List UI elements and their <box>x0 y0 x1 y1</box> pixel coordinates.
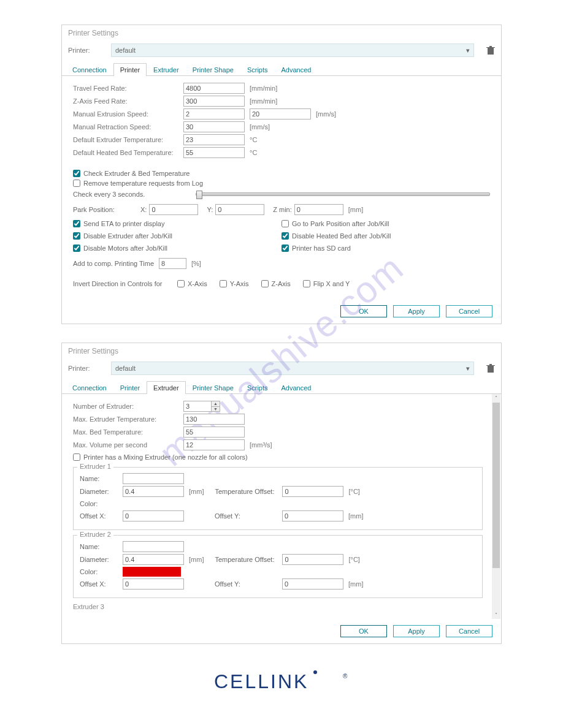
remove-temp-log-checkbox[interactable]: Remove temperature requests from Log <box>73 180 203 187</box>
park-unit: [mm] <box>348 206 363 213</box>
flip-xy-checkbox[interactable]: Flip X and Y <box>303 280 350 287</box>
spin-down-icon[interactable]: ▼ <box>212 407 220 412</box>
tab-scripts[interactable]: Scripts <box>240 63 275 76</box>
tab-printer-shape[interactable]: Printer Shape <box>186 63 240 76</box>
printer-select[interactable]: default ▾ <box>111 362 474 375</box>
send-eta-checkbox[interactable]: Send ETA to printer display <box>73 220 282 227</box>
max-bed-temp-input[interactable] <box>183 427 245 438</box>
check-interval-slider[interactable] <box>196 192 490 196</box>
invert-direction-label: Invert Direction in Controls for <box>73 280 165 287</box>
manual-retraction-label: Manual Retraction Speed: <box>73 123 183 131</box>
manual-retraction-unit: [mm/s] <box>250 123 270 131</box>
add-comp-input[interactable] <box>159 258 186 269</box>
disable-extruder-checkbox[interactable]: Disable Extruder after Job/Kill <box>73 232 282 240</box>
ext1-temp-offset-unit: [°C] <box>348 488 359 495</box>
ext1-offset-unit: [mm] <box>348 512 363 520</box>
go-park-checkbox[interactable]: Go to Park Position after Job/Kill <box>282 220 490 227</box>
ok-button[interactable]: OK <box>340 305 387 317</box>
scroll-down-icon[interactable]: ˅ <box>492 612 500 618</box>
ext1-diameter-input[interactable] <box>123 486 184 497</box>
ext1-offset-x-input[interactable] <box>123 510 184 521</box>
ok-button[interactable]: OK <box>340 625 387 637</box>
tab-connection[interactable]: Connection <box>66 63 113 76</box>
manual-retraction-input[interactable] <box>183 121 245 132</box>
apply-button[interactable]: Apply <box>393 625 440 637</box>
add-comp-label: Add to comp. Printing Time <box>73 260 159 267</box>
tab-bar: Connection Printer Extruder Printer Shap… <box>62 63 501 76</box>
ext2-temp-offset-input[interactable] <box>282 554 343 565</box>
park-y-input[interactable] <box>215 204 264 215</box>
invert-y-checkbox[interactable]: Y-Axis <box>220 280 249 287</box>
travel-feed-label: Travel Feed Rate: <box>73 85 183 92</box>
max-extruder-temp-input[interactable] <box>183 414 245 425</box>
printer-settings-dialog-2: Printer Settings Printer: default ▾ Conn… <box>61 343 502 644</box>
printer-select[interactable]: default ▾ <box>111 44 474 57</box>
ext1-name-input[interactable] <box>123 473 184 484</box>
default-extruder-temp-input[interactable] <box>183 134 245 145</box>
ext1-temp-offset-label: Temperature Offset: <box>215 488 282 495</box>
manual-extrusion-input-1[interactable] <box>183 108 245 119</box>
sd-card-checkbox[interactable]: Printer has SD card <box>282 245 490 252</box>
z-feed-input[interactable] <box>183 96 245 107</box>
park-z-label: Z min: <box>273 206 292 213</box>
ext2-name-input[interactable] <box>123 541 184 552</box>
trash-icon[interactable] <box>486 45 495 55</box>
disable-motors-checkbox[interactable]: Disable Motors after Job/Kill <box>73 245 282 252</box>
ext1-offset-x-label: Offset X: <box>80 512 123 520</box>
park-position-label: Park Position: <box>73 206 140 213</box>
slider-thumb[interactable] <box>196 191 202 199</box>
cancel-button[interactable]: Cancel <box>446 305 492 317</box>
tab-advanced[interactable]: Advanced <box>275 63 318 76</box>
max-volume-label: Max. Volume per second <box>73 441 183 449</box>
ext2-diameter-label: Diameter: <box>80 556 123 563</box>
scrollbar[interactable]: ˄ ˅ <box>492 394 500 619</box>
travel-feed-unit: [mm/min] <box>250 85 277 92</box>
apply-button[interactable]: Apply <box>393 305 440 317</box>
ext2-name-label: Name: <box>80 543 123 550</box>
park-y-label: Y: <box>207 206 213 213</box>
ext2-offset-x-input[interactable] <box>123 578 184 590</box>
tab-connection[interactable]: Connection <box>66 381 113 394</box>
extruder-2-legend: Extruder 2 <box>77 531 113 538</box>
ext1-name-label: Name: <box>80 475 123 482</box>
disable-bed-checkbox[interactable]: Disable Heated Bed after Job/Kill <box>282 232 490 240</box>
ext1-temp-offset-input[interactable] <box>282 486 343 497</box>
ext2-offset-y-input[interactable] <box>282 578 343 590</box>
num-extruder-spinner[interactable]: ▲▼ <box>183 401 220 412</box>
trash-icon[interactable] <box>486 363 495 373</box>
tab-extruder[interactable]: Extruder <box>147 381 186 394</box>
tab-printer[interactable]: Printer <box>113 381 147 394</box>
printer-select-value: default <box>115 47 136 54</box>
tab-printer-shape[interactable]: Printer Shape <box>186 381 240 394</box>
tab-advanced[interactable]: Advanced <box>275 381 318 394</box>
max-volume-input[interactable] <box>183 439 245 450</box>
num-extruder-label: Number of Extruder: <box>73 403 183 410</box>
cancel-button[interactable]: Cancel <box>446 625 492 637</box>
ext2-offset-unit: [mm] <box>348 580 363 588</box>
park-z-input[interactable] <box>294 204 343 215</box>
scrollbar-thumb[interactable] <box>492 403 500 568</box>
spin-up-icon[interactable]: ▲ <box>212 401 220 407</box>
tab-extruder[interactable]: Extruder <box>147 63 186 76</box>
check-every-label: Check every 3 seconds. <box>73 191 183 198</box>
default-bed-temp-input[interactable] <box>183 147 245 158</box>
manual-extrusion-input-2[interactable] <box>250 108 311 119</box>
extruder-3-legend: Extruder 3 <box>73 603 483 610</box>
check-ext-bed-checkbox[interactable]: Check Extruder & Bed Temperature <box>73 170 190 177</box>
ext2-color-swatch[interactable] <box>123 567 181 577</box>
ext1-offset-y-input[interactable] <box>282 510 343 521</box>
ext2-diameter-input[interactable] <box>123 554 184 565</box>
scroll-up-icon[interactable]: ˄ <box>492 395 500 401</box>
mixing-extruder-checkbox[interactable]: Printer has a Mixing Extruder (one nozzl… <box>73 453 248 461</box>
invert-z-checkbox[interactable]: Z-Axis <box>261 280 291 287</box>
tab-printer[interactable]: Printer <box>113 63 147 76</box>
max-extruder-temp-label: Max. Extruder Temperature: <box>73 415 183 423</box>
invert-x-checkbox[interactable]: X-Axis <box>177 280 207 287</box>
manual-extrusion-label: Manual Extrusion Speed: <box>73 110 183 118</box>
ext1-diameter-label: Diameter: <box>80 488 123 495</box>
svg-point-1 <box>313 670 317 674</box>
park-x-input[interactable] <box>149 204 198 215</box>
tab-scripts[interactable]: Scripts <box>240 381 275 394</box>
ext1-color-swatch[interactable] <box>123 499 181 509</box>
travel-feed-input[interactable] <box>183 83 245 94</box>
